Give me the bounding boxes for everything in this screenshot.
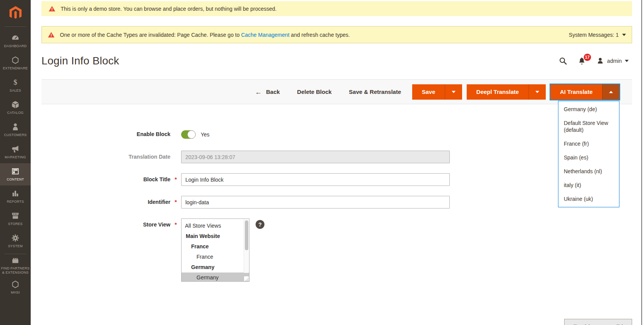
deepl-translate-split-button: Deepl Translate bbox=[467, 84, 546, 100]
system-messages-count: System Messages: 1 bbox=[569, 32, 619, 38]
translation-date-row: Translation Date bbox=[41, 151, 644, 163]
ai-translate-option[interactable]: italy (it) bbox=[558, 178, 619, 192]
required-marker: * bbox=[170, 196, 181, 208]
sidebar-item-marketing[interactable]: MARKETING bbox=[0, 141, 31, 163]
sidebar-item-mhsi[interactable]: MHSI bbox=[0, 276, 31, 299]
required-marker: * bbox=[170, 173, 181, 186]
warning-icon bbox=[48, 31, 55, 38]
main-area: This is only a demo store. You can brows… bbox=[31, 0, 644, 325]
edit-with-page-builder-button[interactable]: Edit with Page Builder bbox=[564, 319, 632, 325]
scrollbar-thumb[interactable] bbox=[245, 220, 248, 250]
store-view-label: Store View bbox=[41, 218, 170, 282]
sidebar-item-dashboard[interactable]: DASHBOARD bbox=[0, 30, 31, 52]
identifier-field[interactable] bbox=[181, 196, 450, 208]
toggle-knob bbox=[187, 130, 196, 139]
stores-icon bbox=[11, 212, 20, 220]
sidebar-item-catalog[interactable]: CATALOG bbox=[0, 97, 31, 119]
extendware-icon bbox=[11, 56, 20, 64]
block-title-label: Block Title bbox=[41, 173, 170, 186]
chevron-down-icon bbox=[535, 91, 539, 93]
resize-handle-icon[interactable] bbox=[244, 276, 249, 281]
save-button[interactable]: Save bbox=[412, 84, 445, 100]
cache-message-post: and refresh cache types. bbox=[289, 32, 350, 38]
sidebar-item-content[interactable]: CONTENT bbox=[0, 163, 31, 185]
spacer bbox=[170, 128, 181, 141]
enable-block-toggle[interactable] bbox=[181, 130, 195, 139]
customers-icon bbox=[11, 123, 20, 131]
spacer bbox=[170, 151, 181, 163]
ai-translate-button[interactable]: AI Translate bbox=[550, 84, 602, 100]
page-actions-toolbar: Back Delete Block Save & Retranslate Sav… bbox=[41, 79, 632, 104]
admin-user-menu[interactable]: admin bbox=[596, 57, 629, 65]
sidebar-item-sales[interactable]: $ SALES bbox=[0, 74, 31, 97]
demo-store-notice: This is only a demo store. You can brows… bbox=[41, 1, 632, 16]
enable-block-row: Enable Block Yes bbox=[41, 128, 644, 141]
store-view-option[interactable]: Germany bbox=[182, 262, 249, 272]
deepl-translate-button[interactable]: Deepl Translate bbox=[467, 84, 528, 100]
store-view-row: Store View * All Store Views Main Websit… bbox=[41, 218, 644, 282]
deepl-dropdown-toggle[interactable] bbox=[528, 84, 546, 100]
enable-block-label: Enable Block bbox=[41, 128, 170, 141]
sales-icon: $ bbox=[11, 78, 20, 87]
find-partners-icon bbox=[11, 256, 20, 264]
demo-store-text: This is only a demo store. You can brows… bbox=[61, 6, 277, 12]
store-view-option[interactable]: France bbox=[182, 252, 249, 262]
sidebar-item-stores[interactable]: STORES bbox=[0, 208, 31, 230]
reports-icon bbox=[11, 189, 20, 198]
admin-username: admin bbox=[607, 58, 622, 64]
ai-translate-option[interactable]: Germany (de) bbox=[558, 102, 619, 116]
sidebar-item-system[interactable]: SYSTEM bbox=[0, 230, 31, 252]
scrollbar[interactable] bbox=[641, 0, 642, 325]
block-title-field[interactable] bbox=[181, 173, 450, 186]
notification-badge: 17 bbox=[584, 54, 591, 61]
translation-date-label: Translation Date bbox=[41, 151, 170, 163]
sidebar-divider bbox=[5, 26, 26, 27]
store-view-option[interactable]: All Store Views bbox=[182, 221, 249, 231]
store-view-option[interactable]: Germany bbox=[182, 272, 249, 282]
marketing-icon bbox=[11, 145, 20, 153]
help-icon[interactable] bbox=[256, 220, 264, 229]
svg-text:$: $ bbox=[13, 78, 17, 86]
magento-admin-app: DASHBOARD EXTENDWARE $ SALES CATALOG bbox=[0, 0, 644, 325]
ai-translate-split-button: AI Translate bbox=[550, 84, 619, 100]
user-icon bbox=[596, 57, 604, 65]
sidebar-item-reports[interactable]: REPORTS bbox=[0, 185, 31, 208]
translation-date-field bbox=[181, 151, 450, 163]
delete-block-button[interactable]: Delete Block bbox=[297, 89, 332, 95]
warning-icon bbox=[48, 5, 56, 12]
select-scrollbar[interactable] bbox=[244, 219, 249, 273]
cache-invalidated-message: One or more of the Cache Types are inval… bbox=[60, 32, 569, 38]
header-actions: 17 admin bbox=[559, 57, 629, 65]
cache-message-pre: One or more of the Cache Types are inval… bbox=[60, 32, 241, 38]
identifier-row: Identifier * bbox=[41, 196, 644, 208]
back-label: Back bbox=[266, 89, 280, 95]
chevron-down-icon bbox=[622, 34, 626, 36]
system-messages-toggle[interactable]: System Messages: 1 bbox=[569, 32, 626, 38]
ai-translate-option[interactable]: Spain (es) bbox=[558, 151, 619, 164]
ai-translate-option[interactable]: Ukraine (uk) bbox=[558, 192, 619, 206]
cache-management-link[interactable]: Cache Management bbox=[241, 32, 289, 38]
sidebar-item-extendware[interactable]: EXTENDWARE bbox=[0, 52, 31, 74]
chevron-down-icon bbox=[452, 91, 456, 93]
ai-translate-option[interactable]: Netherlands (nl) bbox=[558, 164, 619, 178]
content-icon bbox=[11, 167, 20, 176]
enable-block-value: Yes bbox=[201, 131, 210, 138]
block-edit-form: Enable Block Yes Translation Date Block … bbox=[31, 128, 644, 282]
sidebar-item-customers[interactable]: CUSTOMERS bbox=[0, 119, 31, 141]
save-dropdown-toggle[interactable] bbox=[445, 84, 462, 100]
notifications-bell-icon[interactable]: 17 bbox=[578, 57, 586, 65]
store-view-select[interactable]: All Store Views Main Website France Fran… bbox=[181, 218, 249, 282]
ai-translate-option[interactable]: Default Store View (default) bbox=[558, 116, 619, 137]
save-and-retranslate-button[interactable]: Save & Retranslate bbox=[349, 89, 401, 95]
identifier-label: Identifier bbox=[41, 196, 170, 208]
ai-dropdown-toggle[interactable] bbox=[602, 84, 619, 100]
store-view-option[interactable]: France bbox=[182, 241, 249, 252]
back-button[interactable]: Back bbox=[255, 89, 280, 95]
store-view-option[interactable]: Main Website bbox=[182, 231, 249, 241]
sidebar-nav: DASHBOARD EXTENDWARE $ SALES CATALOG bbox=[0, 30, 31, 299]
save-split-button: Save bbox=[412, 84, 462, 100]
magento-logo[interactable] bbox=[8, 5, 23, 21]
ai-translate-option[interactable]: France (fr) bbox=[558, 137, 619, 151]
search-icon[interactable] bbox=[559, 57, 567, 65]
sidebar-item-find-partners[interactable]: FIND PARTNERS & EXTENSIONS bbox=[0, 254, 31, 276]
